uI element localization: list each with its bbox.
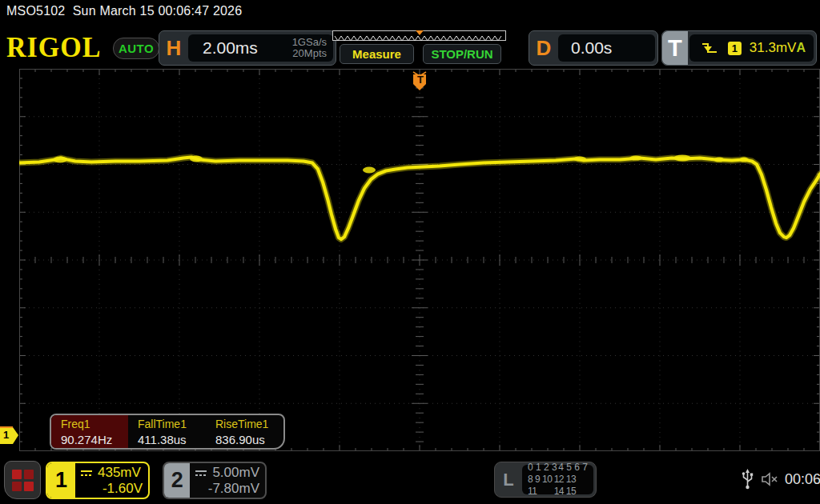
logic-label: L bbox=[495, 470, 522, 490]
trigger-position-marker[interactable]: T bbox=[412, 69, 428, 93]
waveform-overview-strip[interactable] bbox=[332, 30, 506, 41]
measurement-value: 411.38us bbox=[138, 433, 206, 446]
channel1-marker-number: 1 bbox=[3, 429, 9, 441]
logic-row2-left: 8 9 10 11 bbox=[528, 474, 554, 498]
measurement-freq[interactable]: Freq1 90.274Hz bbox=[51, 415, 128, 448]
measurement-label: Freq1 bbox=[61, 418, 128, 430]
trigger-marker-letter: T bbox=[417, 74, 424, 86]
logic-row1-right: 4 5 6 7 bbox=[558, 462, 588, 474]
timebase-value[interactable]: 2.00ms bbox=[203, 38, 292, 58]
stop-run-button[interactable]: STOP/RUN bbox=[423, 44, 501, 64]
logic-row2-right: 12 13 14 15 bbox=[554, 474, 588, 498]
channel1-offset: -1.60V bbox=[80, 481, 143, 497]
measurement-results-panel[interactable]: Freq1 90.274Hz FallTime1 411.38us RiseTi… bbox=[50, 414, 285, 450]
trigger-sweep-mode: A bbox=[796, 41, 806, 55]
channel1-offset-marker[interactable]: 1 bbox=[0, 426, 19, 446]
dc-coupling-icon bbox=[195, 468, 207, 478]
dc-coupling-icon bbox=[80, 468, 93, 478]
measurement-falltime[interactable]: FallTime1 411.38us bbox=[128, 415, 206, 448]
uptime-clock: 00:06 bbox=[785, 471, 820, 488]
channel2-number[interactable]: 2 bbox=[164, 463, 190, 498]
auto-trigger-mode-button[interactable]: AUTO bbox=[113, 38, 159, 59]
horizontal-label: H bbox=[159, 36, 188, 61]
logic-channels-tab[interactable]: L 0 1 2 3 4 5 6 7 8 9 10 11 12 13 14 15 bbox=[494, 462, 597, 498]
measurement-label: RiseTime1 bbox=[215, 418, 283, 430]
channel1-tab[interactable]: 1 435mV -1.60V bbox=[46, 462, 150, 499]
falling-edge-trigger-icon bbox=[701, 41, 718, 55]
channel2-tab[interactable]: 2 5.00mV -7.80mV bbox=[163, 462, 267, 499]
graticule-and-trace bbox=[19, 69, 820, 451]
delay-settings-box[interactable]: D 0.00s bbox=[529, 30, 658, 66]
trigger-source-badge: 1 bbox=[728, 42, 742, 55]
overview-position-marker-icon[interactable] bbox=[416, 30, 424, 35]
measurement-label: FallTime1 bbox=[138, 418, 206, 430]
channel1-scale: 435mV bbox=[98, 465, 141, 481]
usb-icon bbox=[742, 469, 754, 490]
measurement-value: 90.274Hz bbox=[61, 433, 128, 446]
channel2-offset: -7.80mV bbox=[195, 481, 259, 497]
waveform-display-area[interactable] bbox=[19, 69, 820, 451]
delay-value[interactable]: 0.00s bbox=[571, 38, 612, 58]
measurement-risetime[interactable]: RiseTime1 836.90us bbox=[206, 415, 283, 448]
acquisition-info: 1GSa/s 20Mpts bbox=[292, 37, 327, 59]
speaker-muted-icon[interactable] bbox=[761, 471, 780, 487]
channel2-scale: 5.00mV bbox=[212, 465, 259, 481]
measurement-value: 836.90us bbox=[215, 433, 283, 446]
sample-rate: 1GSa/s bbox=[292, 37, 327, 48]
measure-button[interactable]: Measure bbox=[340, 44, 414, 64]
rigol-logo: RIGOL bbox=[6, 31, 101, 63]
trigger-tab-label[interactable]: T bbox=[662, 31, 688, 65]
horizontal-settings-box[interactable]: H 2.00ms 1GSa/s 20Mpts bbox=[159, 30, 336, 66]
windows-menu-button[interactable] bbox=[4, 461, 41, 499]
trigger-settings-box[interactable]: T 1 31.3mV A bbox=[661, 30, 817, 66]
oscilloscope-screen: MSO5102 Sun March 15 00:06:47 2026 RIGOL… bbox=[0, 0, 820, 504]
channel1-number[interactable]: 1 bbox=[47, 463, 75, 498]
memory-depth: 20Mpts bbox=[292, 48, 327, 59]
logic-row1-left: 0 1 2 3 bbox=[528, 462, 557, 474]
logic-channel-numbers: 0 1 2 3 4 5 6 7 8 9 10 11 12 13 14 15 bbox=[522, 465, 593, 494]
four-squares-icon bbox=[12, 470, 34, 491]
delay-label: D bbox=[529, 36, 558, 61]
trigger-level-value: 31.3mV bbox=[750, 40, 797, 56]
model-and-datetime: MSO5102 Sun March 15 00:06:47 2026 bbox=[6, 4, 242, 18]
